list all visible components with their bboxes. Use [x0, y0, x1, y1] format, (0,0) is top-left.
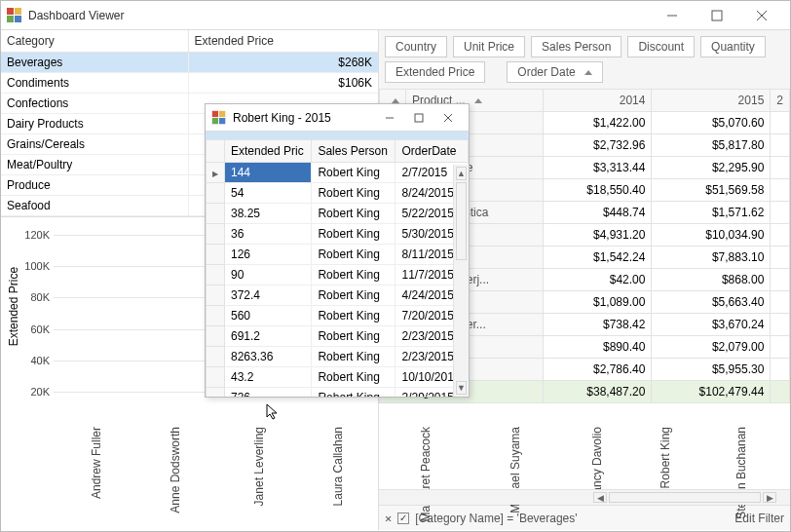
- y-tick: 80K: [30, 291, 54, 303]
- filter-enabled-checkbox[interactable]: ✓: [397, 513, 409, 524]
- x-tick: Janet Leverling: [212, 423, 291, 472]
- detail-row[interactable]: 90Robert King11/7/2015: [207, 265, 469, 285]
- data-field-chip[interactable]: Extended Price: [385, 61, 485, 83]
- scroll-thumb[interactable]: [609, 492, 761, 503]
- scroll-up-icon[interactable]: ▲: [456, 167, 467, 180]
- popup-close-button[interactable]: [433, 104, 463, 132]
- filter-chip[interactable]: Sales Person: [531, 36, 622, 57]
- col-extended-price[interactable]: Extended Price: [188, 30, 378, 53]
- data-area-row: Extended Price Order Date: [379, 61, 790, 89]
- filter-chip[interactable]: Unit Price: [453, 36, 525, 57]
- sort-asc-icon: [474, 98, 482, 103]
- popup-v-scrollbar[interactable]: ▲ ▼: [453, 165, 469, 397]
- scroll-left-icon[interactable]: ◀: [593, 492, 607, 503]
- detail-row[interactable]: 8263.36Robert King2/23/2015: [207, 347, 469, 367]
- category-row[interactable]: Condiments$106K: [1, 73, 378, 94]
- y-tick: 20K: [30, 386, 54, 398]
- h-scrollbar[interactable]: ◀ ▶: [379, 489, 790, 505]
- filter-bar: ✕ ✓ [Category Name] = 'Beverages' Edit F…: [379, 505, 790, 530]
- detail-row[interactable]: 736Robert King3/29/2015: [207, 388, 469, 398]
- detail-row[interactable]: 54Robert King8/24/2015: [207, 183, 469, 204]
- year-col-2014[interactable]: 2014: [543, 90, 652, 112]
- filter-chip[interactable]: Discount: [627, 36, 695, 57]
- scroll-thumb[interactable]: [456, 182, 467, 260]
- detail-row[interactable]: 43.2Robert King10/10/2015: [207, 367, 469, 388]
- close-button[interactable]: [739, 2, 784, 29]
- popup-minimize-button[interactable]: [375, 104, 404, 132]
- scroll-right-icon[interactable]: ▶: [763, 492, 776, 503]
- detail-row[interactable]: 126Robert King8/11/2015: [207, 245, 469, 265]
- filter-chip[interactable]: Quantity: [700, 36, 766, 57]
- year-col-2015[interactable]: 2015: [652, 90, 771, 112]
- chart-y-label: Extended Price: [7, 267, 20, 346]
- year-col-extra[interactable]: 2: [771, 90, 790, 112]
- category-row[interactable]: Beverages$268K: [1, 53, 378, 73]
- minimize-button[interactable]: [650, 2, 695, 29]
- scroll-down-icon[interactable]: ▼: [456, 381, 467, 395]
- x-tick: Andrew Fuller: [54, 423, 126, 472]
- detail-row[interactable]: 691.2Robert King2/23/2015: [207, 326, 469, 347]
- y-tick: 40K: [30, 355, 54, 366]
- x-tick: Laura Callahan: [291, 423, 370, 472]
- chart-x-axis: Andrew FullerAnne DodsworthJanet Leverli…: [54, 423, 374, 472]
- popup-col-orderdate[interactable]: OrderDate: [396, 140, 469, 163]
- detail-popup: Robert King - 2015 Extended Pric Sales P…: [205, 103, 470, 398]
- row-selector-header[interactable]: [207, 140, 225, 163]
- filter-chip[interactable]: Country: [385, 36, 447, 57]
- window-title: Dashboard Viewer: [28, 9, 650, 22]
- detail-row[interactable]: 36Robert King5/30/2015: [207, 224, 469, 245]
- y-tick: 60K: [30, 323, 54, 335]
- popup-col-salesperson[interactable]: Sales Person: [312, 140, 396, 163]
- y-tick: 100K: [24, 260, 54, 272]
- app-icon: [212, 110, 226, 124]
- sort-asc-icon: [584, 70, 592, 75]
- detail-row[interactable]: 38.25Robert King5/22/2015: [207, 204, 469, 224]
- titlebar: Dashboard Viewer: [1, 1, 790, 30]
- svg-rect-1: [712, 11, 722, 20]
- popup-maximize-button[interactable]: [404, 104, 433, 132]
- detail-row[interactable]: 372.4Robert King4/24/2015: [207, 285, 469, 306]
- app-icon: [7, 8, 22, 23]
- popup-col-extprice[interactable]: Extended Pric: [225, 140, 312, 163]
- detail-row[interactable]: 560Robert King7/20/2015: [207, 306, 469, 326]
- detail-row[interactable]: 144Robert King2/7/2015: [207, 163, 469, 183]
- maximize-button[interactable]: [695, 2, 739, 29]
- clear-filter-icon[interactable]: ✕: [385, 512, 392, 525]
- filter-area[interactable]: CountryUnit PriceSales PersonDiscountQua…: [379, 30, 790, 61]
- svg-rect-5: [415, 114, 423, 122]
- filter-expression: [Category Name] = 'Beverages': [415, 512, 577, 525]
- col-category[interactable]: Category: [1, 30, 188, 53]
- popup-title: Robert King - 2015: [233, 111, 375, 125]
- column-field-chip[interactable]: Order Date: [507, 61, 603, 83]
- y-tick: 120K: [24, 229, 54, 241]
- main-window: Dashboard Viewer Category Extended Price…: [0, 0, 791, 532]
- x-tick: Anne Dodsworth: [126, 423, 212, 472]
